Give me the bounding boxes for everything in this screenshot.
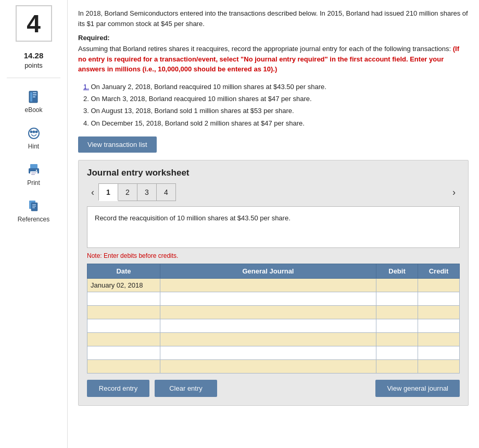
cell-credit-5[interactable]: [418, 333, 460, 346]
journal-input-6[interactable]: [160, 346, 376, 359]
sidebar-item-print[interactable]: Print: [0, 158, 67, 190]
transaction-1-text: On January 2, 2018, Borland reacquired 1…: [91, 83, 326, 91]
sidebar-item-hint[interactable]: Hint: [0, 122, 67, 153]
cell-debit-4[interactable]: [376, 319, 418, 333]
tab-2-button[interactable]: 2: [118, 183, 137, 201]
required-label: Required:: [78, 34, 469, 42]
points-value: 14.28: [24, 50, 44, 61]
cell-debit-1[interactable]: [376, 279, 418, 292]
credit-input-6[interactable]: [418, 346, 459, 359]
credit-input-5[interactable]: [418, 333, 459, 346]
tab-4-button[interactable]: 4: [156, 183, 176, 201]
required-note: Assuming that Borland retires shares it …: [78, 44, 469, 74]
cell-credit-6[interactable]: [418, 346, 460, 360]
cell-journal-4[interactable]: [160, 319, 376, 333]
table-row: January 02, 2018: [87, 279, 460, 292]
sidebar: 4 14.28 points eBook: [0, 0, 68, 448]
journal-table: Date General Journal Debit Credit Januar…: [87, 264, 460, 374]
journal-input-4[interactable]: [160, 319, 376, 332]
svg-rect-18: [32, 206, 36, 207]
credit-input-7[interactable]: [418, 360, 459, 373]
credit-input-4[interactable]: [418, 319, 459, 332]
tab-3-button[interactable]: 3: [137, 183, 157, 201]
table-row: [87, 346, 460, 360]
worksheet-buttons: Record entry Clear entry View general jo…: [87, 380, 460, 397]
svg-rect-11: [30, 171, 37, 176]
svg-rect-9: [30, 164, 37, 169]
debit-input-2[interactable]: [376, 292, 418, 305]
references-icon: [26, 198, 42, 215]
svg-point-7: [35, 131, 37, 133]
record-entry-button[interactable]: Record entry: [87, 380, 149, 397]
clear-entry-button[interactable]: Clear entry: [155, 380, 217, 397]
svg-point-14: [35, 170, 36, 171]
svg-rect-16: [31, 203, 37, 211]
problem-intro: In 2018, Borland Semiconductors entered …: [78, 8, 469, 29]
tabs-row: ‹ 1 2 3 4 ›: [87, 183, 460, 201]
cell-journal-2[interactable]: [160, 292, 376, 306]
cell-credit-2[interactable]: [418, 292, 460, 306]
credit-input-2[interactable]: [418, 292, 459, 305]
col-journal-header: General Journal: [160, 264, 376, 279]
cell-debit-2[interactable]: [376, 292, 418, 306]
sidebar-item-references[interactable]: References: [0, 195, 67, 226]
cell-debit-3[interactable]: [376, 306, 418, 319]
transaction-1-num: 1.: [83, 83, 89, 91]
cell-journal-1[interactable]: [160, 279, 376, 292]
journal-input-3[interactable]: [160, 306, 376, 319]
debit-input-7[interactable]: [376, 360, 418, 373]
tab-next-button[interactable]: ›: [448, 188, 460, 197]
ebook-icon: [26, 89, 42, 105]
table-row: [87, 319, 460, 333]
cell-debit-6[interactable]: [376, 346, 418, 360]
tab-prev-button[interactable]: ‹: [87, 188, 98, 197]
svg-point-6: [30, 131, 32, 133]
list-item: 4. On December 15, 2018, Borland sold 2 …: [83, 117, 469, 129]
svg-rect-12: [31, 172, 36, 173]
print-icon: [26, 161, 42, 178]
cell-credit-4[interactable]: [418, 319, 460, 333]
cell-debit-5[interactable]: [376, 333, 418, 346]
svg-rect-1: [30, 92, 32, 102]
cell-journal-7[interactable]: [160, 360, 376, 374]
list-item: 2. On March 3, 2018, Borland reacquired …: [83, 93, 469, 105]
transaction-desc-box: Record the reacquisition of 10 million s…: [87, 206, 460, 248]
debit-input-3[interactable]: [376, 306, 418, 319]
cell-credit-1[interactable]: [418, 279, 460, 292]
required-text: Assuming that Borland retires shares it …: [78, 45, 451, 53]
svg-point-8: [32, 131, 35, 133]
tab-1-button[interactable]: 1: [98, 183, 118, 201]
credit-input-1[interactable]: [418, 279, 459, 292]
view-general-journal-button[interactable]: View general journal: [375, 380, 460, 397]
svg-rect-3: [33, 94, 36, 95]
view-transaction-button[interactable]: View transaction list: [78, 136, 157, 153]
transactions-list: 1. On January 2, 2018, Borland reacquire…: [83, 81, 469, 130]
debit-input-4[interactable]: [376, 319, 418, 332]
journal-input-5[interactable]: [160, 333, 376, 346]
ebook-label: eBook: [24, 106, 42, 114]
cell-credit-7[interactable]: [418, 360, 460, 374]
journal-input-7[interactable]: [160, 360, 376, 373]
debit-input-1[interactable]: [376, 279, 418, 292]
cell-journal-5[interactable]: [160, 333, 376, 346]
cell-date-4: [87, 319, 160, 333]
cell-journal-6[interactable]: [160, 346, 376, 360]
col-debit-header: Debit: [376, 264, 418, 279]
table-row: [87, 360, 460, 374]
credit-input-3[interactable]: [418, 306, 459, 319]
cell-credit-3[interactable]: [418, 306, 460, 319]
journal-input-1[interactable]: [160, 279, 376, 292]
cell-date-3: [87, 306, 160, 319]
cell-debit-7[interactable]: [376, 360, 418, 374]
col-date-header: Date: [87, 264, 160, 279]
debit-input-6[interactable]: [376, 346, 418, 359]
debit-input-5[interactable]: [376, 333, 418, 346]
sidebar-item-ebook[interactable]: eBook: [0, 85, 67, 117]
cell-date-5: [87, 333, 160, 346]
svg-rect-17: [32, 204, 36, 205]
question-number: 4: [27, 9, 41, 38]
journal-input-2[interactable]: [160, 292, 376, 305]
list-item: 3. On August 13, 2018, Borland sold 1 mi…: [83, 105, 469, 117]
cell-journal-3[interactable]: [160, 306, 376, 319]
worksheet-container: Journal entry worksheet ‹ 1 2 3 4 › Reco…: [78, 160, 469, 406]
